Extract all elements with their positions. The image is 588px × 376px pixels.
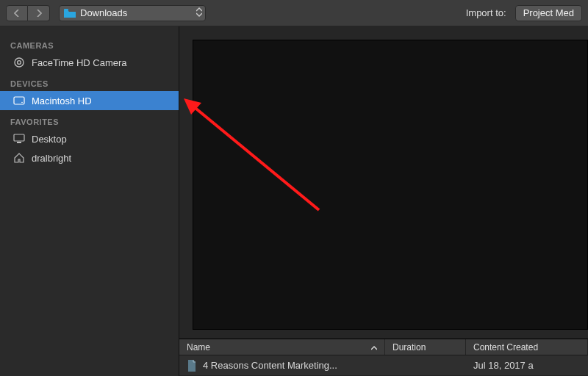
sidebar-item-desktop[interactable]: Desktop	[0, 129, 179, 148]
sidebar-item-label: Desktop	[32, 134, 67, 145]
sidebar-section-cameras: CAMERAS	[0, 34, 179, 53]
nav-buttons	[6, 5, 50, 21]
column-label: Content Created	[473, 342, 538, 352]
path-label: Downloads	[80, 7, 127, 18]
svg-rect-5	[14, 134, 24, 141]
column-label: Duration	[392, 342, 426, 352]
hdd-icon	[13, 95, 25, 106]
popup-stepper-icon	[196, 7, 202, 17]
back-button[interactable]	[6, 5, 28, 21]
sidebar-section-devices: DEVICES	[0, 72, 179, 91]
svg-rect-0	[64, 9, 68, 11]
sort-ascending-icon	[371, 342, 377, 352]
cell-created: Jul 18, 2017 a	[473, 360, 534, 371]
import-target-label: Project Med	[523, 7, 574, 18]
table-row[interactable]: 4 Reasons Content Marketing... Jul 18, 2…	[179, 355, 588, 376]
content-pane: Name Duration Content Created 4	[179, 26, 588, 376]
sidebar: CAMERAS FaceTime HD Camera DEVICES Macin…	[0, 26, 179, 376]
forward-button[interactable]	[28, 5, 50, 21]
cell-name: 4 Reasons Content Marketing...	[203, 360, 337, 371]
desktop-icon	[13, 134, 25, 144]
column-header-content-created[interactable]: Content Created	[466, 339, 588, 355]
svg-point-4	[21, 102, 23, 104]
path-popup[interactable]: Downloads	[59, 5, 206, 21]
camera-icon	[13, 57, 25, 68]
sidebar-item-label: Macintosh HD	[32, 95, 92, 106]
sidebar-item-facetime-camera[interactable]: FaceTime HD Camera	[0, 53, 179, 72]
sidebar-item-label: FaceTime HD Camera	[32, 57, 127, 68]
column-header-duration[interactable]: Duration	[385, 339, 466, 355]
home-icon	[13, 153, 25, 163]
column-header-name[interactable]: Name	[179, 339, 385, 355]
sidebar-item-label: dralbright	[32, 153, 71, 164]
preview-wrap	[179, 26, 588, 339]
file-table: Name Duration Content Created 4	[179, 339, 588, 376]
preview-area	[193, 40, 588, 330]
main-area: CAMERAS FaceTime HD Camera DEVICES Macin…	[0, 26, 588, 376]
sidebar-item-macintosh-hd[interactable]: Macintosh HD	[0, 91, 179, 110]
toolbar: Downloads Import to: Project Med	[0, 0, 588, 26]
svg-rect-6	[17, 142, 21, 143]
svg-point-2	[18, 61, 21, 65]
sidebar-section-favorites: FAVORITES	[0, 110, 179, 129]
svg-point-1	[15, 58, 24, 67]
table-header: Name Duration Content Created	[179, 339, 588, 355]
folder-icon	[64, 9, 76, 18]
import-to-label: Import to:	[466, 7, 506, 18]
document-icon	[187, 360, 197, 372]
sidebar-item-home[interactable]: dralbright	[0, 148, 179, 167]
import-target-popup[interactable]: Project Med	[515, 5, 582, 21]
svg-rect-3	[14, 97, 24, 104]
column-label: Name	[187, 342, 210, 352]
